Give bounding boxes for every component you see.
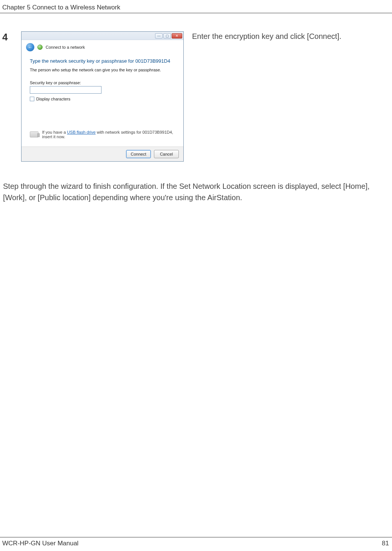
- dialog-subtext: The person who setup the network can giv…: [30, 68, 175, 72]
- window-title: Connect to a network: [46, 45, 85, 49]
- display-characters-label: Display characters: [36, 97, 70, 101]
- minimize-button[interactable]: —: [155, 33, 163, 39]
- step-instruction: Enter the encryption key and click [Conn…: [192, 31, 390, 42]
- spacer: [30, 101, 175, 128]
- usb-hint-row: If you have a USB flash drive with netwo…: [30, 128, 175, 144]
- usb-flash-drive-link[interactable]: USB flash drive: [67, 130, 96, 134]
- dialog-body: Type the network security key or passphr…: [22, 52, 183, 147]
- back-icon[interactable]: ←: [26, 43, 34, 51]
- maximize-button[interactable]: ▢: [163, 33, 171, 39]
- display-characters-row[interactable]: Display characters: [30, 97, 175, 101]
- hint-prefix: If you have a: [42, 130, 67, 134]
- security-key-input[interactable]: [30, 86, 101, 94]
- step-row: 4 — ▢ ✕ ← Connect to a network Type: [2, 31, 390, 162]
- network-globe-icon: [37, 45, 43, 50]
- followup-text: Step through the wizard to finish config…: [2, 181, 390, 203]
- step-number: 4: [2, 31, 13, 42]
- dialog-screenshot: — ▢ ✕ ← Connect to a network Type the ne…: [21, 31, 184, 162]
- window: — ▢ ✕ ← Connect to a network Type the ne…: [21, 31, 184, 162]
- footer-page-number: 81: [382, 540, 389, 547]
- footer: WCR-HP-GN User Manual 81: [0, 537, 392, 547]
- connect-button[interactable]: Connect: [126, 150, 151, 158]
- cancel-button[interactable]: Cancel: [154, 150, 179, 158]
- chapter-header: Chapter 5 Connect to a Wireless Network: [0, 0, 392, 13]
- titlebar: — ▢ ✕: [22, 32, 183, 40]
- button-bar: Connect Cancel: [22, 147, 183, 161]
- display-characters-checkbox[interactable]: [30, 97, 34, 101]
- security-key-label: Security key or passphrase:: [30, 80, 175, 85]
- usb-drive-icon: [30, 131, 38, 137]
- usb-hint-text: If you have a USB flash drive with netwo…: [42, 130, 175, 139]
- nav-row: ← Connect to a network: [22, 40, 183, 52]
- close-button[interactable]: ✕: [172, 33, 182, 39]
- dialog-headline: Type the network security key or passphr…: [30, 58, 175, 64]
- footer-manual-title: WCR-HP-GN User Manual: [2, 540, 78, 547]
